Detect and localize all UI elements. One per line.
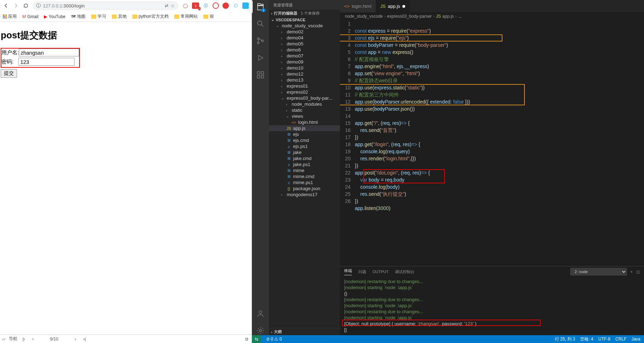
- split-terminal-icon[interactable]: ◫: [636, 270, 640, 274]
- tree-views[interactable]: ⌄views: [269, 113, 340, 119]
- svg-rect-4: [257, 72, 260, 74]
- tree-folder[interactable]: ›express01: [269, 83, 340, 89]
- back-button[interactable]: [3, 2, 9, 9]
- apps-button[interactable]: 应用: [3, 13, 17, 20]
- outline-header[interactable]: ›大纲: [269, 328, 340, 335]
- ext-icon-5[interactable]: [222, 2, 229, 9]
- tree-folder[interactable]: ›demo02: [269, 29, 340, 35]
- cursor-position[interactable]: 行 25, 列 3: [555, 336, 575, 342]
- bm-other[interactable]: 其他: [112, 13, 127, 20]
- ext-icon-7[interactable]: [242, 2, 249, 9]
- username-label: 用户名:: [1, 49, 19, 56]
- tree-folder[interactable]: ›static: [269, 107, 340, 113]
- address-bar[interactable]: ⓘ 127.0.0.1:3000/login ⇄ ☆: [33, 1, 178, 10]
- workspace-header[interactable]: ⌄VSCODESPACE: [269, 17, 340, 23]
- explorer-icon[interactable]: 1: [256, 2, 265, 11]
- tree-folder[interactable]: ›demo13: [269, 77, 340, 83]
- tree-express03[interactable]: ⌄express03_body-par...: [269, 95, 340, 101]
- tree-folder[interactable]: ›demo09: [269, 59, 340, 65]
- tree-file-login[interactable]: <>login.html: [269, 119, 340, 125]
- tree-file[interactable]: ≥ejs.ps1: [269, 143, 340, 149]
- tree-file[interactable]: ⊞mime: [269, 167, 340, 173]
- indent-status[interactable]: 空格: 4: [580, 336, 593, 342]
- tree-file[interactable]: ≥mime.ps1: [269, 179, 340, 186]
- tree-file[interactable]: ⊞ejs: [269, 131, 340, 137]
- reload-button[interactable]: [23, 2, 29, 9]
- username-input[interactable]: [19, 49, 79, 56]
- eol-status[interactable]: CRLF: [615, 337, 626, 342]
- forward-button[interactable]: [13, 2, 19, 9]
- line-gutter: 1234567891011121314151617181920212223242…: [340, 20, 355, 266]
- tree-folder[interactable]: ›demo10: [269, 65, 340, 71]
- first-page[interactable]: |‹: [21, 337, 27, 342]
- status-bar: ⇆ ⊘ 0 ⚠ 0 行 25, 列 3 空格: 4 UTF-8 CRLF Jav…: [252, 335, 644, 343]
- debug-icon[interactable]: [256, 53, 265, 62]
- extensions-icon[interactable]: [256, 70, 265, 79]
- bm-youtube[interactable]: ▶YouTube: [44, 14, 65, 19]
- terminal-selector[interactable]: 2: node: [570, 268, 627, 276]
- tree-file-appjs[interactable]: JSapp.js: [269, 125, 340, 131]
- prev-page[interactable]: ‹: [30, 337, 36, 342]
- translate-icon[interactable]: ⇄: [165, 3, 169, 9]
- breadcrumb[interactable]: node_study_vscode› express03_body-parser…: [340, 12, 644, 20]
- new-terminal-icon[interactable]: +: [631, 270, 633, 274]
- terminal-tabs: 终端 问题 OUTPUT 调试控制台 2: node + ◫: [340, 266, 644, 277]
- tab-appjs[interactable]: JSapp.js: [376, 0, 410, 12]
- code-lines: const express = require("express") const…: [355, 20, 644, 266]
- tree-file-package[interactable]: {}package.json: [269, 186, 340, 192]
- code-editor[interactable]: 1234567891011121314151617181920212223242…: [340, 20, 644, 266]
- bm-gmail[interactable]: MGmail: [22, 14, 38, 19]
- tree-folder[interactable]: ›node_modules: [269, 101, 340, 107]
- language-status[interactable]: Java: [632, 337, 640, 342]
- search-icon[interactable]: [256, 19, 265, 28]
- bm-study[interactable]: 学习: [91, 13, 106, 20]
- terminal-output[interactable]: [nodemon] restarting due to changes... […: [340, 277, 644, 335]
- terminal-panel: 终端 问题 OUTPUT 调试控制台 2: node + ◫ [nodemon]…: [340, 266, 644, 335]
- ext-icon-2[interactable]: ▯!: [192, 2, 199, 9]
- tree-file[interactable]: ⊞jake.cmd: [269, 155, 340, 161]
- tree-file[interactable]: ⊞ejs.cmd: [269, 137, 340, 143]
- page-content: post提交数据 用户名: 密码: 提交: [0, 22, 252, 334]
- tree-file[interactable]: ⊞jake: [269, 149, 340, 155]
- ext-icon-6[interactable]: ⬡: [232, 2, 239, 9]
- scm-icon[interactable]: [256, 36, 265, 45]
- problems-tab[interactable]: 问题: [358, 269, 366, 275]
- bm-front[interactable]: 前: [203, 13, 214, 20]
- terminal-tab[interactable]: 终端: [344, 268, 352, 275]
- nav-icon[interactable]: ▱: [2, 337, 5, 342]
- ext-icon-4[interactable]: [213, 2, 219, 9]
- tree-folder[interactable]: ›mongodemo17: [269, 192, 340, 198]
- tree-folder[interactable]: ›demo07: [269, 53, 340, 59]
- tree-root[interactable]: ⌄node_study_vscode: [269, 23, 340, 29]
- open-editors-header[interactable]: ›打开的编辑器1 个未保存: [269, 10, 340, 17]
- editor-tabs: <>login.html JSapp.js: [340, 0, 644, 12]
- account-icon[interactable]: [256, 309, 265, 318]
- encoding-status[interactable]: UTF-8: [598, 337, 610, 342]
- debug-console-tab[interactable]: 调试控制台: [395, 269, 414, 275]
- tree-file[interactable]: ≥jake.ps1: [269, 161, 340, 167]
- next-page[interactable]: ›: [72, 337, 78, 342]
- ext-icon-3[interactable]: Ⓥ: [203, 2, 209, 9]
- errors-warnings[interactable]: ⊘ 0 ⚠ 0: [266, 337, 282, 342]
- tree-folder[interactable]: ›demo05: [269, 41, 340, 47]
- tree-folder[interactable]: ›demo6: [269, 47, 340, 53]
- bm-maps[interactable]: 🗺地图: [71, 13, 86, 20]
- settings-icon[interactable]: [256, 326, 265, 335]
- tree-folder[interactable]: ›express02: [269, 89, 340, 95]
- tree-folder[interactable]: ›demo04: [269, 35, 340, 41]
- last-page[interactable]: ›|: [82, 337, 87, 342]
- bm-python[interactable]: python官方文档: [132, 13, 169, 20]
- tab-login[interactable]: <>login.html: [340, 0, 376, 12]
- tree-file[interactable]: ⊞mime.cmd: [269, 173, 340, 179]
- capture-icon[interactable]: ⧉: [244, 337, 249, 342]
- submit-button[interactable]: 提交: [1, 69, 17, 78]
- ext-icon-1[interactable]: ◯: [182, 2, 188, 9]
- output-tab[interactable]: OUTPUT: [373, 270, 389, 274]
- remote-indicator[interactable]: ⇆: [252, 335, 261, 343]
- info-icon: ⓘ: [36, 2, 41, 9]
- bm-common[interactable]: 常用网站: [174, 13, 198, 20]
- password-input[interactable]: [18, 58, 75, 66]
- star-icon[interactable]: ☆: [171, 3, 175, 9]
- tree-folder[interactable]: ›demo12: [269, 71, 340, 77]
- url-host: 127.0.0.1: [43, 3, 62, 9]
